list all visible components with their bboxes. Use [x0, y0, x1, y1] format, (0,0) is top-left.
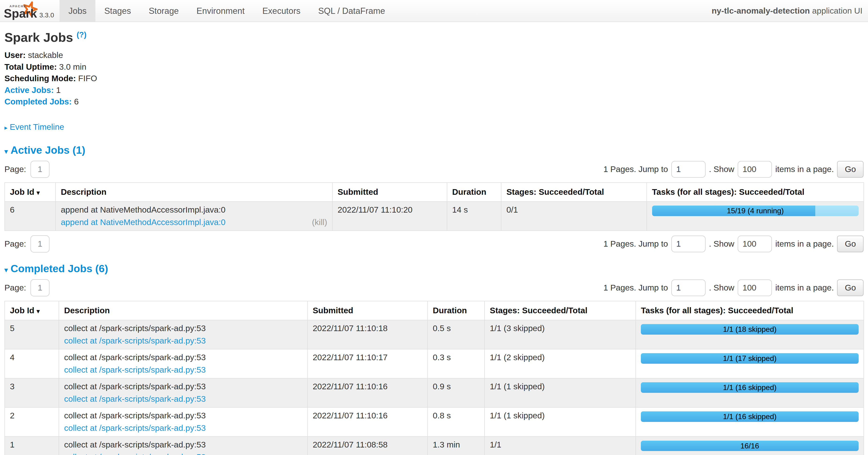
progress-label: 1/1 (17 skipped) [641, 353, 858, 364]
tasks-progress-bar: 15/19 (4 running) [652, 205, 859, 216]
col-header-tasks[interactable]: Tasks (for all stages): Succeeded/Total [636, 301, 864, 320]
duration-cell: 0.8 s [428, 407, 485, 436]
job-description: collect at /spark-scripts/spark-ad.py:53 [64, 353, 302, 362]
tab-executors[interactable]: Executors [253, 0, 309, 22]
stages-cell: 1/1 (2 skipped) [485, 349, 636, 378]
col-header-duration[interactable]: Duration [428, 301, 485, 320]
stages-cell: 0/1 [501, 202, 647, 231]
active-jobs-pagination-bottom: Page: 1 1 Pages. Jump to . Show items in… [4, 235, 864, 253]
nav-tabs: Jobs Stages Storage Environment Executor… [60, 0, 394, 22]
job-id-cell: 4 [5, 349, 59, 378]
submitted-cell: 2022/11/07 11:08:58 [308, 436, 428, 455]
col-header-submitted[interactable]: Submitted [332, 182, 447, 202]
job-description-link[interactable]: collect at /spark-scripts/spark-ad.py:53 [64, 452, 206, 455]
items-text: items in a page. [775, 165, 834, 174]
col-header-stages[interactable]: Stages: Succeeded/Total [501, 182, 647, 202]
job-description-link[interactable]: collect at /spark-scripts/spark-ad.py:53 [64, 423, 206, 433]
duration-cell: 1.3 min [428, 436, 485, 455]
tab-stages[interactable]: Stages [95, 0, 140, 22]
progress-label: 16/16 [641, 441, 858, 451]
page-number-link[interactable]: 1 [30, 279, 49, 296]
col-header-tasks[interactable]: Tasks (for all stages): Succeeded/Total [647, 182, 864, 202]
page-number-link[interactable]: 1 [30, 161, 49, 178]
job-description-link[interactable]: append at NativeMethodAccessorImpl.java:… [61, 218, 225, 227]
spark-logo: APACHE Spark 3.3.0 [0, 0, 60, 22]
page-number-link[interactable]: 1 [30, 235, 49, 253]
job-id-cell: 6 [5, 202, 56, 231]
duration-cell: 0.5 s [428, 320, 485, 349]
summary-uptime: Total Uptime: 3.0 min [4, 62, 864, 72]
tab-sql-dataframe[interactable]: SQL / DataFrame [309, 0, 394, 22]
job-description-link[interactable]: collect at /spark-scripts/spark-ad.py:53 [64, 336, 206, 346]
event-timeline-toggle[interactable]: ▸Event Timeline [4, 122, 64, 132]
table-row: 2 collect at /spark-scripts/spark-ad.py:… [5, 407, 864, 436]
table-header-row: Job Id ▾ Description Submitted Duration … [5, 301, 864, 320]
tasks-cell: 1/1 (18 skipped) [636, 320, 864, 349]
jump-to-page-input[interactable] [671, 236, 706, 252]
table-row: 3 collect at /spark-scripts/spark-ad.py:… [5, 378, 864, 407]
job-description: collect at /spark-scripts/spark-ad.py:53 [64, 382, 302, 391]
tasks-cell: 1/1 (17 skipped) [636, 349, 864, 378]
show-text: . Show [709, 283, 734, 293]
tasks-progress-bar: 16/16 [641, 441, 858, 451]
stages-cell: 1/1 (3 skipped) [485, 320, 636, 349]
job-description-link[interactable]: collect at /spark-scripts/spark-ad.py:53 [64, 394, 206, 404]
summary-active-jobs: Active Jobs: 1 [4, 85, 864, 95]
items-text: items in a page. [775, 239, 834, 249]
items-per-page-input[interactable] [738, 280, 772, 296]
job-id-cell: 3 [5, 378, 59, 407]
col-header-description[interactable]: Description [56, 182, 332, 202]
items-per-page-input[interactable] [738, 161, 772, 178]
pages-count-text: 1 Pages. Jump to [603, 239, 668, 249]
items-text: items in a page. [775, 283, 834, 293]
expanded-arrow-icon: ▾ [4, 266, 8, 274]
kill-link[interactable]: (kill) [312, 218, 327, 227]
logo-wordmark-text: Spark [4, 7, 37, 20]
tab-environment[interactable]: Environment [188, 0, 253, 22]
stages-cell: 1/1 (1 skipped) [485, 378, 636, 407]
description-cell: collect at /spark-scripts/spark-ad.py:53… [59, 436, 307, 455]
tasks-cell: 1/1 (16 skipped) [636, 407, 864, 436]
help-link[interactable]: (?) [76, 30, 87, 39]
col-header-job-id[interactable]: Job Id ▾ [5, 182, 56, 202]
description-cell: collect at /spark-scripts/spark-ad.py:53… [59, 349, 307, 378]
completed-jobs-link[interactable]: Completed Jobs: [4, 97, 72, 106]
col-header-submitted[interactable]: Submitted [308, 301, 428, 320]
sort-desc-icon: ▾ [37, 189, 40, 196]
active-jobs-link[interactable]: Active Jobs: [4, 85, 54, 95]
go-button[interactable]: Go [837, 161, 864, 178]
summary-user: User: stackable [4, 50, 864, 60]
submitted-cell: 2022/11/07 11:10:16 [308, 407, 428, 436]
col-header-duration[interactable]: Duration [447, 182, 501, 202]
page-label: Page: [4, 283, 26, 293]
summary-scheduling-mode: Scheduling Mode: FIFO [4, 74, 864, 84]
application-title: ny-tlc-anomaly-detection application UI [712, 6, 868, 16]
tab-jobs[interactable]: Jobs [60, 0, 95, 22]
submitted-cell: 2022/11/07 11:10:20 [332, 202, 447, 231]
col-header-job-id[interactable]: Job Id ▾ [5, 301, 59, 320]
show-text: . Show [709, 239, 734, 249]
active-jobs-table: Job Id ▾ Description Submitted Duration … [4, 182, 864, 231]
col-header-description[interactable]: Description [59, 301, 307, 320]
items-per-page-input[interactable] [738, 236, 772, 252]
summary-completed-jobs: Completed Jobs: 6 [4, 97, 864, 107]
table-header-row: Job Id ▾ Description Submitted Duration … [5, 182, 864, 202]
submitted-cell: 2022/11/07 11:10:16 [308, 378, 428, 407]
active-jobs-section-header[interactable]: ▾Active Jobs (1) [4, 144, 864, 156]
col-header-stages[interactable]: Stages: Succeeded/Total [485, 301, 636, 320]
job-id-cell: 5 [5, 320, 59, 349]
go-button[interactable]: Go [837, 280, 864, 296]
application-title-suffix: application UI [810, 6, 862, 16]
table-row: 6 append at NativeMethodAccessorImpl.jav… [5, 202, 864, 231]
tasks-progress-bar: 1/1 (17 skipped) [641, 353, 858, 364]
jump-to-page-input[interactable] [671, 280, 706, 296]
pages-count-text: 1 Pages. Jump to [603, 283, 668, 293]
job-description-link[interactable]: collect at /spark-scripts/spark-ad.py:53 [64, 365, 206, 375]
page-label: Page: [4, 165, 26, 174]
jump-to-page-input[interactable] [671, 161, 706, 178]
go-button[interactable]: Go [837, 236, 864, 252]
spark-version: 3.3.0 [39, 11, 54, 19]
tab-storage[interactable]: Storage [140, 0, 188, 22]
completed-jobs-section-header[interactable]: ▾Completed Jobs (6) [4, 263, 864, 275]
tasks-progress-bar: 1/1 (16 skipped) [641, 411, 858, 422]
